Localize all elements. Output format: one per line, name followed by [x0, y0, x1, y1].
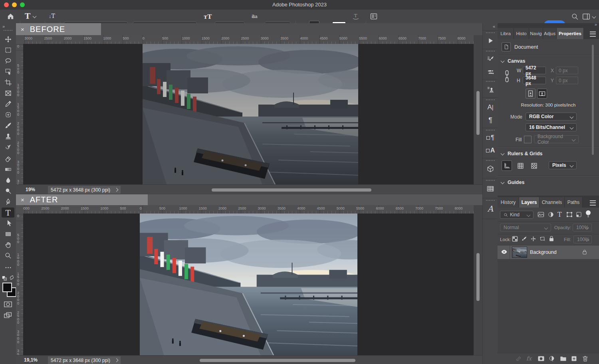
timeline-panel-button[interactable]: [484, 182, 497, 196]
tab-channels[interactable]: Channels: [539, 197, 565, 208]
rectangle-tool[interactable]: [2, 229, 14, 239]
after-vertical-scroll-thumb[interactable]: [476, 253, 480, 301]
close-tab-icon[interactable]: ×: [21, 196, 24, 203]
color-mode-select[interactable]: RGB Color: [526, 113, 577, 121]
width-input[interactable]: 5472 px: [523, 67, 546, 74]
tab-properties[interactable]: Properties: [557, 28, 584, 39]
filter-type-layers-button[interactable]: T: [557, 211, 562, 218]
portrait-orientation-button[interactable]: [526, 89, 536, 99]
height-input[interactable]: 3648 px: [523, 77, 546, 84]
before-dimensions-box[interactable]: 5472 px x 3648 px (300 ppi): [48, 186, 121, 194]
layers-menu-button[interactable]: [590, 200, 596, 206]
workspace-switcher[interactable]: [582, 13, 595, 20]
layer-visibility-toggle[interactable]: [501, 249, 508, 256]
panel-menu-button[interactable]: [590, 32, 596, 37]
new-group-button[interactable]: [560, 356, 567, 363]
before-zoom-level[interactable]: 19%: [26, 187, 35, 192]
tab-libraries[interactable]: Libra: [498, 28, 514, 39]
layer-row-background[interactable]: Background: [498, 245, 599, 259]
quick-mask-button[interactable]: [4, 301, 12, 309]
landscape-orientation-button[interactable]: [537, 89, 547, 99]
dodge-tool[interactable]: [2, 186, 14, 196]
pen-tool[interactable]: [2, 197, 14, 207]
lock-all-button[interactable]: [549, 235, 554, 243]
after-photo[interactable]: [140, 214, 357, 355]
toggle-pixel-grid-button[interactable]: [529, 160, 539, 171]
collapse-tools-icon[interactable]: »: [2, 24, 4, 29]
horizontal-ruler[interactable]: 3000250020001500100050005001000150020002…: [23, 205, 482, 214]
filter-smart-objects-button[interactable]: [576, 212, 582, 219]
horizontal-ruler[interactable]: 3000250020001500100050005001000150020002…: [23, 35, 482, 44]
character-styles-panel-button[interactable]: A: [484, 144, 497, 156]
screen-mode-button[interactable]: [4, 311, 12, 320]
after-horizontal-scroll-thumb[interactable]: [200, 359, 355, 362]
spot-healing-brush-tool[interactable]: [2, 110, 14, 120]
tab-adjustments[interactable]: Adjus: [543, 28, 557, 39]
after-dimensions-box[interactable]: 5472 px x 3648 px (300 ppi): [48, 356, 121, 364]
layer-filter-kind-select[interactable]: Kind: [500, 211, 534, 219]
layer-lock-badge[interactable]: [582, 249, 587, 257]
rectangular-marquee-tool[interactable]: [2, 45, 14, 55]
zoom-tool[interactable]: [2, 251, 14, 261]
warp-text-button[interactable]: T: [351, 12, 360, 22]
frame-tool[interactable]: [2, 88, 14, 98]
vertical-ruler[interactable]: 0500100015002000250030003500: [16, 44, 24, 184]
brush-settings-panel-button[interactable]: [484, 53, 497, 65]
before-document-tab[interactable]: × BEFORE: [16, 23, 101, 35]
toggle-panels-button[interactable]: [370, 12, 378, 22]
object-selection-tool[interactable]: [2, 67, 14, 77]
new-adjustment-layer-button[interactable]: [549, 356, 555, 363]
lock-transparency-button[interactable]: [512, 236, 518, 243]
paragraph-styles-panel-button[interactable]: ¶: [484, 132, 497, 144]
layer-effects-button[interactable]: fx: [526, 355, 532, 362]
eyedropper-tool[interactable]: [2, 99, 14, 109]
before-photo[interactable]: [143, 44, 358, 184]
ruler-units-select[interactable]: Pixels: [549, 161, 577, 169]
tab-histogram[interactable]: Histo: [514, 28, 529, 39]
toggle-rulers-button[interactable]: [502, 160, 512, 171]
canvas-section-header[interactable]: Canvas: [501, 58, 525, 64]
lock-pixels-button[interactable]: [521, 236, 527, 243]
layer-thumbnail[interactable]: [512, 247, 527, 257]
rulers-grids-section-header[interactable]: Rulers & Grids: [501, 151, 543, 156]
layer-list-empty-area[interactable]: [498, 259, 599, 353]
hand-tool[interactable]: [2, 240, 14, 250]
actions-panel-button[interactable]: [484, 34, 497, 47]
brush-tool[interactable]: [2, 121, 14, 131]
crop-tool[interactable]: [2, 77, 14, 87]
tab-paths[interactable]: Paths: [565, 197, 583, 208]
character-panel-button[interactable]: A|: [484, 101, 497, 113]
eraser-tool[interactable]: [2, 154, 14, 164]
edit-toolbar-button[interactable]: [2, 263, 14, 273]
clone-source-panel-button[interactable]: [484, 83, 497, 96]
filter-adjustment-layers-button[interactable]: [548, 212, 554, 219]
search-button[interactable]: [571, 13, 579, 22]
swap-colors-button[interactable]: [9, 275, 14, 282]
properties-scrollbar[interactable]: [592, 45, 594, 155]
paragraph-panel-button[interactable]: ¶: [484, 114, 497, 126]
history-brush-tool[interactable]: [2, 142, 14, 152]
lock-position-button[interactable]: [530, 236, 536, 243]
before-vertical-scroll-thumb[interactable]: [476, 91, 480, 135]
clone-stamp-tool[interactable]: [2, 131, 14, 141]
tab-navigator[interactable]: Navig: [529, 28, 543, 39]
home-button[interactable]: [6, 12, 15, 22]
foreground-color-swatch[interactable]: [2, 283, 12, 292]
3d-panel-button[interactable]: [484, 162, 497, 176]
layer-name[interactable]: Background: [530, 249, 557, 255]
lasso-tool[interactable]: [2, 56, 14, 66]
delete-layer-button[interactable]: [582, 355, 588, 364]
guides-section-header[interactable]: Guides: [501, 180, 524, 185]
blur-tool[interactable]: [2, 175, 14, 185]
canvas-fill-swatch[interactable]: [524, 136, 532, 143]
filter-shape-layers-button[interactable]: [566, 212, 573, 219]
ruler-origin-corner[interactable]: [16, 205, 24, 214]
tab-history[interactable]: History: [498, 197, 519, 208]
close-tab-icon[interactable]: ×: [21, 26, 24, 33]
tab-layers[interactable]: Layers: [519, 197, 539, 208]
ruler-origin-corner[interactable]: [16, 35, 24, 44]
before-horizontal-scroll-thumb[interactable]: [212, 188, 371, 192]
expand-dock-icon[interactable]: «: [493, 24, 495, 29]
lock-artboard-button[interactable]: [539, 236, 545, 243]
link-dimensions-button[interactable]: [504, 69, 510, 85]
